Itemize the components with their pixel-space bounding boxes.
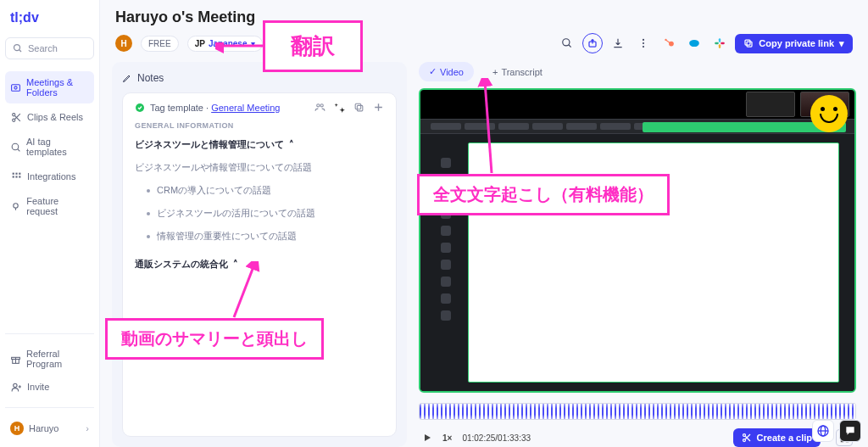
svg-line-58 xyxy=(234,265,254,317)
annotation-summary: 動画のサマリーと頭出し xyxy=(105,318,324,360)
svg-point-44 xyxy=(320,104,323,107)
nav-meetings-folders[interactable]: Meetings & Folders xyxy=(5,71,94,103)
svg-line-27 xyxy=(569,45,571,47)
svg-rect-37 xyxy=(715,42,720,44)
plus-icon: + xyxy=(492,67,498,77)
svg-line-9 xyxy=(18,148,20,151)
svg-rect-41 xyxy=(745,40,750,45)
tag-prefix: Tag template · xyxy=(150,103,211,113)
outline-item[interactable]: CRMの導入についての話題 xyxy=(147,184,384,197)
svg-point-16 xyxy=(14,203,18,207)
chevron-right-icon: › xyxy=(86,423,89,433)
playback-speed[interactable]: 1× xyxy=(442,433,452,443)
svg-point-50 xyxy=(743,439,745,442)
svg-point-29 xyxy=(643,39,644,41)
nav-label: Referral Program xyxy=(26,349,89,369)
svg-point-30 xyxy=(643,42,644,44)
general-info-label: GENERAL INFORMATION xyxy=(135,121,384,130)
nav-feature-request[interactable]: Feature request xyxy=(5,190,94,222)
timeline-waveform[interactable] xyxy=(419,403,856,420)
check-icon xyxy=(135,103,145,113)
nav-ai-tag-templates[interactable]: AI tag templates xyxy=(5,131,94,163)
pencil-icon xyxy=(122,73,132,83)
bullet-icon xyxy=(147,235,150,238)
player-controls: 1× 01:02:25/01:33:33 Create a clip xyxy=(419,427,856,447)
svg-rect-11 xyxy=(15,172,17,174)
notes-header: Notes xyxy=(122,72,397,84)
brand-logo[interactable]: tl;dv xyxy=(5,7,94,37)
share-button[interactable] xyxy=(582,33,603,53)
nav-label: Meetings & Folders xyxy=(26,77,89,98)
language-globe-button[interactable] xyxy=(812,420,834,442)
download-button[interactable] xyxy=(608,33,628,53)
nav-clips-reels[interactable]: Clips & Reels xyxy=(5,105,94,129)
svg-point-4 xyxy=(12,113,14,115)
outline-item[interactable]: ビジネスツールの活用についての話題 xyxy=(147,207,384,220)
outline-item[interactable]: 情報管理の重要性についての話題 xyxy=(147,230,384,243)
bullet-icon xyxy=(147,189,150,193)
folder-icon xyxy=(10,81,21,93)
svg-rect-14 xyxy=(15,176,17,177)
nav-integrations[interactable]: Integrations xyxy=(5,165,94,188)
svg-point-3 xyxy=(14,86,17,88)
svg-rect-2 xyxy=(12,84,20,91)
outline-item-text: ビジネスツールの活用についての話題 xyxy=(157,207,315,220)
magic-icon[interactable] xyxy=(334,102,345,113)
user-menu[interactable]: H Haruyo › xyxy=(5,416,94,440)
top-right-toolbar: Copy private link ▾ xyxy=(557,33,853,53)
nav-label: AI tag templates xyxy=(26,137,89,157)
salesforce-icon[interactable] xyxy=(684,33,704,53)
play-button[interactable] xyxy=(422,433,432,443)
tab-label: Video xyxy=(440,67,464,77)
userplus-icon xyxy=(10,381,22,393)
nav-label: Integrations xyxy=(27,171,75,182)
svg-point-35 xyxy=(690,40,700,47)
create-clip-label: Create a clip xyxy=(757,433,812,443)
tab-video[interactable]: ✓Video xyxy=(419,62,474,81)
chevron-down-icon: ▾ xyxy=(839,38,844,49)
plus-icon[interactable] xyxy=(373,102,384,113)
annotation-arrow xyxy=(215,42,266,63)
outline-item-text: 情報管理の重要性についての話題 xyxy=(157,230,297,243)
help-chat-button[interactable] xyxy=(839,420,861,442)
svg-line-1 xyxy=(19,50,22,53)
meeting-owner-avatar: H xyxy=(115,35,132,52)
hubspot-icon[interactable] xyxy=(659,33,679,53)
check-icon: ✓ xyxy=(429,66,437,77)
grid-icon xyxy=(10,170,22,182)
svg-line-34 xyxy=(666,41,670,43)
more-menu[interactable] xyxy=(633,33,654,53)
svg-point-43 xyxy=(317,104,320,107)
bulb-icon xyxy=(10,200,21,212)
svg-point-0 xyxy=(14,45,20,51)
users-icon[interactable] xyxy=(314,102,326,113)
nav-invite[interactable]: Invite xyxy=(5,375,94,399)
outline-subtitle: ビジネスツールや情報管理についての話題 xyxy=(135,161,384,174)
nav-referral-program[interactable]: Referral Program xyxy=(5,343,94,375)
bullet-icon xyxy=(147,212,150,215)
main-nav: Meetings & Folders Clips & Reels AI tag … xyxy=(5,71,94,222)
copy-link-label: Copy private link xyxy=(759,38,834,48)
svg-point-26 xyxy=(563,39,570,46)
search-button[interactable] xyxy=(557,33,577,53)
svg-rect-45 xyxy=(357,105,363,110)
playback-time: 01:02:25/01:33:33 xyxy=(462,433,531,443)
svg-point-8 xyxy=(12,143,19,150)
sparkle-icon xyxy=(10,141,21,153)
annotation-arrow xyxy=(471,78,505,176)
outline-heading[interactable]: ビジネスツールと情報管理について ˄ xyxy=(135,138,384,151)
nav-label: Clips & Reels xyxy=(27,112,83,122)
annotation-transcript: 全文文字起こし（有料機能） xyxy=(417,174,670,215)
copy-icon[interactable] xyxy=(353,102,364,113)
user-name: Haruyo xyxy=(29,423,58,433)
create-clip-button[interactable]: Create a clip xyxy=(733,428,821,447)
search-input[interactable]: Search xyxy=(5,37,94,59)
svg-rect-36 xyxy=(719,38,721,42)
copy-private-link-button[interactable]: Copy private link ▾ xyxy=(735,34,853,53)
main: Haruyo o's Meeting H FREE JP Japanese ▾ … xyxy=(100,0,868,447)
svg-line-57 xyxy=(485,81,492,173)
slack-icon[interactable] xyxy=(709,33,730,53)
tag-template-link[interactable]: General Meeting xyxy=(211,103,280,113)
svg-rect-12 xyxy=(19,172,20,174)
outline-item-text: CRMの導入についての話題 xyxy=(157,184,271,197)
